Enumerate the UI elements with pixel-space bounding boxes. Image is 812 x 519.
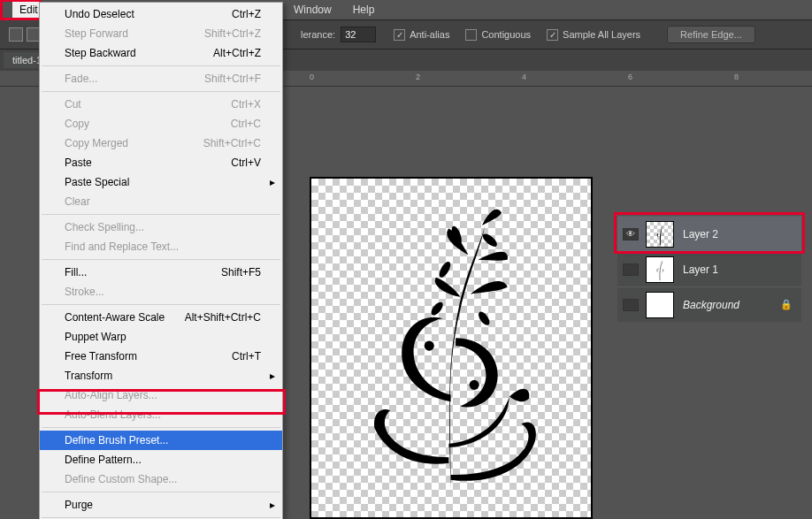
visibility-toggle[interactable] [623, 263, 639, 276]
visibility-toggle[interactable] [623, 299, 639, 311]
layer-name[interactable]: Layer 2 [683, 228, 718, 240]
menu-auto-align[interactable]: Auto-Align Layers... [40, 385, 282, 405]
menu-undo[interactable]: Undo DeselectCtrl+Z [40, 4, 282, 24]
menu-find-replace[interactable]: Find and Replace Text... [40, 237, 282, 256]
menu-purge[interactable]: Purge [40, 495, 282, 515]
menu-content-aware[interactable]: Content-Aware ScaleAlt+Shift+Ctrl+C [40, 308, 282, 327]
antialias-label: Anti-alias [410, 29, 449, 40]
svg-point-0 [470, 380, 479, 390]
selection-mode-1[interactable] [9, 27, 23, 42]
canvas[interactable] [310, 177, 593, 519]
sample-all-label: Sample All Layers [563, 29, 640, 40]
layer-row-background[interactable]: Background 🔒 [617, 286, 801, 322]
visibility-toggle[interactable] [623, 228, 639, 240]
menu-copy[interactable]: CopyCtrl+C [40, 114, 282, 134]
layer-name[interactable]: Background [683, 299, 739, 311]
menu-puppet-warp[interactable]: Puppet Warp [40, 327, 282, 347]
layer-thumbnail[interactable] [646, 292, 674, 318]
layer-thumbnail[interactable] [646, 221, 674, 248]
contiguous-checkbox[interactable] [465, 29, 477, 41]
svg-point-1 [425, 341, 434, 351]
sample-all-checkbox[interactable] [547, 29, 558, 41]
antialias-checkbox[interactable] [394, 29, 405, 41]
refine-edge-button[interactable]: Refine Edge... [667, 26, 755, 43]
layer-row-layer2[interactable]: Layer 2 [617, 216, 801, 251]
menu-transform[interactable]: Transform [40, 366, 282, 385]
menu-check-spelling[interactable]: Check Spelling... [40, 218, 282, 237]
floral-artwork [353, 195, 548, 500]
tolerance-label: lerance: [301, 29, 335, 40]
svg-point-3 [438, 260, 454, 279]
canvas-checker [310, 177, 593, 519]
menu-step-backward[interactable]: Step BackwardAlt+Ctrl+Z [40, 43, 282, 63]
svg-point-6 [477, 310, 492, 328]
layers-panel: Layer 2 Layer 1 Background 🔒 [617, 216, 801, 322]
menu-stroke[interactable]: Stroke... [40, 282, 282, 301]
menu-define-custom-shape[interactable]: Define Custom Shape... [40, 469, 282, 489]
menu-auto-blend[interactable]: Auto-Blend Layers... [40, 405, 282, 424]
edit-menu-dropdown: Undo DeselectCtrl+Z Step ForwardShift+Ct… [39, 2, 283, 519]
svg-point-5 [429, 301, 445, 317]
menu-fade[interactable]: Fade...Shift+Ctrl+F [40, 69, 282, 88]
menu-define-brush-preset[interactable]: Define Brush Preset... [40, 431, 282, 450]
tolerance-input[interactable] [341, 27, 376, 42]
menu-free-transform[interactable]: Free TransformCtrl+T [40, 347, 282, 366]
menu-define-pattern[interactable]: Define Pattern... [40, 450, 282, 469]
menu-clear[interactable]: Clear [40, 192, 282, 211]
menu-paste-special[interactable]: Paste Special [40, 172, 282, 192]
menu-window[interactable]: Window [283, 1, 342, 19]
menu-cut[interactable]: CutCtrl+X [40, 95, 282, 114]
contiguous-label: Contiguous [481, 29, 531, 40]
layer-row-layer1[interactable]: Layer 1 [617, 251, 801, 286]
layer-name[interactable]: Layer 1 [683, 263, 718, 276]
menu-copy-merged[interactable]: Copy MergedShift+Ctrl+C [40, 134, 282, 153]
menu-help[interactable]: Help [342, 1, 386, 19]
svg-point-4 [481, 232, 500, 249]
layer-thumbnail[interactable] [646, 256, 674, 283]
menu-step-forward[interactable]: Step ForwardShift+Ctrl+Z [40, 24, 282, 43]
menu-fill[interactable]: Fill...Shift+F5 [40, 263, 282, 282]
menu-paste[interactable]: PasteCtrl+V [40, 153, 282, 172]
lock-icon: 🔒 [780, 299, 793, 310]
